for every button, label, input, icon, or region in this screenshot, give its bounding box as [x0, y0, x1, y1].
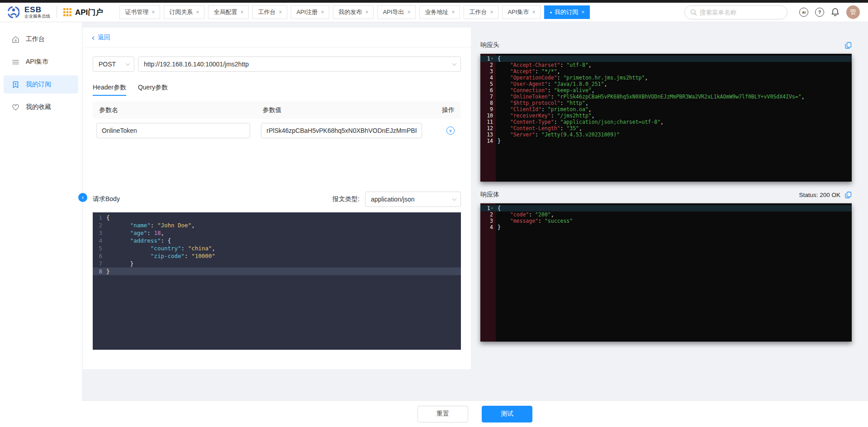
- window-tab-label: 我的订阅: [555, 8, 578, 16]
- sidebar-item-my-subscriptions[interactable]: 我的订阅: [4, 75, 78, 94]
- code-line: 1{: [93, 214, 461, 221]
- window-tab[interactable]: 我的发布×: [333, 5, 374, 19]
- line-number: 12: [480, 125, 496, 131]
- tab-query-params[interactable]: Query参数: [138, 84, 168, 96]
- window-tab[interactable]: 工作台×: [252, 5, 287, 19]
- tab-header-params[interactable]: Header参数: [93, 84, 126, 96]
- esb-brand: ESB 企业服务总线: [6, 5, 50, 19]
- window-tab[interactable]: 工作台×: [464, 5, 498, 19]
- close-icon[interactable]: ×: [321, 9, 324, 15]
- param-name-input[interactable]: [96, 123, 250, 138]
- copy-icon[interactable]: [845, 42, 852, 49]
- ai-assistant-icon[interactable]: AI: [799, 8, 808, 17]
- fold-arrow-icon[interactable]: ▾: [491, 206, 493, 210]
- reset-button[interactable]: 重置: [417, 406, 468, 422]
- code-line: 3 "age": 18,: [93, 229, 461, 237]
- window-tab[interactable]: API注册×: [291, 5, 329, 19]
- url-combo[interactable]: [138, 56, 461, 72]
- code-line: 4 "OperationCode": "primeton.hr.jms.jms2…: [480, 75, 852, 81]
- close-icon[interactable]: ×: [532, 9, 535, 15]
- sidebar: 工作台 API集市 我的订阅 我的收藏: [0, 22, 82, 427]
- window-tab[interactable]: 业务地址×: [419, 5, 460, 19]
- column-header-value: 参数值: [263, 106, 433, 114]
- panel-collapse-handle[interactable]: ‹: [78, 193, 87, 202]
- sidebar-item-my-favorites[interactable]: 我的收藏: [4, 98, 78, 116]
- content-type-label: 报文类型:: [332, 195, 360, 203]
- line-number: 3: [480, 68, 496, 75]
- close-icon[interactable]: ×: [196, 9, 199, 15]
- response-body-viewer[interactable]: 1▾{2 "code": "200",3 "message": "success…: [480, 203, 852, 342]
- sidebar-item-label: 我的订阅: [26, 80, 51, 89]
- bell-icon[interactable]: [831, 8, 840, 17]
- help-icon[interactable]: ?: [815, 8, 824, 17]
- user-avatar[interactable]: 管: [846, 5, 860, 19]
- param-value-input[interactable]: [261, 123, 422, 138]
- chevron-down-icon: [452, 61, 457, 66]
- window-tab-label: 业务地址: [425, 8, 448, 16]
- sidebar-item-api-market[interactable]: API集市: [4, 53, 78, 71]
- response-headers-viewer[interactable]: 1▾{2 "Accept-Charset": "utf-8",3 "Accept…: [480, 54, 852, 182]
- method-select[interactable]: POST: [93, 56, 134, 72]
- line-number: 13: [480, 131, 496, 138]
- close-icon[interactable]: ×: [240, 9, 243, 15]
- content-type-select[interactable]: application/json: [365, 192, 461, 207]
- response-body-title: 响应体: [480, 191, 499, 199]
- line-number: 6: [93, 252, 106, 260]
- code-text: "User-Agent": "Java/1.8.0_251",: [496, 81, 852, 87]
- window-tab[interactable]: 全局配置×: [208, 5, 249, 19]
- code-text: "name": "John Doe",: [106, 221, 461, 229]
- heart-icon: [12, 103, 19, 111]
- copy-icon[interactable]: [845, 192, 852, 198]
- close-icon[interactable]: ×: [279, 9, 282, 15]
- search-input[interactable]: [700, 9, 782, 16]
- code-text: "Connection": "keep-alive",: [496, 87, 852, 94]
- test-button[interactable]: 测试: [482, 406, 532, 422]
- chevron-down-icon: [452, 196, 457, 201]
- fold-arrow-icon[interactable]: ▾: [491, 57, 493, 61]
- window-tab[interactable]: 我的订阅×: [544, 5, 590, 19]
- code-line: 2 "code": "200",: [480, 211, 852, 218]
- back-link[interactable]: ‹ 返回: [83, 28, 471, 47]
- close-icon[interactable]: ×: [581, 9, 584, 15]
- method-value: POST: [99, 61, 116, 68]
- brand-subtitle: 企业服务总线: [24, 14, 50, 19]
- content-type-value: application/json: [371, 196, 415, 203]
- grid-icon: [63, 8, 71, 16]
- line-number: 5: [480, 81, 496, 87]
- chevron-down-icon: [126, 61, 130, 66]
- line-number: 2: [93, 221, 106, 229]
- param-table-row: +: [93, 119, 461, 138]
- code-line: 9 "ClientId": "primeton.oa",: [480, 106, 852, 113]
- close-icon[interactable]: ×: [152, 9, 155, 15]
- window-tab-label: 工作台: [469, 8, 487, 16]
- request-body-editor[interactable]: 1{2 "name": "John Doe",3 "age": 18,4 "ad…: [93, 212, 461, 350]
- status-badge: Status: 200 OK: [799, 192, 840, 198]
- window-tab[interactable]: 证书管理×: [119, 5, 160, 19]
- window-tab-label: 我的发布: [338, 8, 362, 16]
- window-tab[interactable]: 订阅关系×: [164, 5, 204, 19]
- response-headers-title: 响应头: [480, 41, 499, 49]
- sidebar-item-workbench[interactable]: 工作台: [4, 30, 78, 48]
- url-input[interactable]: [144, 61, 453, 68]
- add-param-button[interactable]: +: [446, 127, 455, 135]
- code-line: 11 "Content-Type": "application/json;cha…: [480, 119, 852, 125]
- close-icon[interactable]: ×: [407, 9, 410, 15]
- sidebar-item-label: 工作台: [26, 35, 45, 43]
- line-number: 3: [480, 218, 496, 224]
- close-icon[interactable]: ×: [451, 9, 455, 15]
- window-tab[interactable]: API集市×: [502, 5, 541, 19]
- window-tab[interactable]: API导出×: [377, 5, 416, 19]
- close-icon[interactable]: ×: [490, 9, 493, 15]
- code-line: 3 "message": "success": [480, 218, 852, 224]
- line-number: 5: [93, 244, 106, 252]
- code-line: 2 "name": "John Doe",: [93, 221, 461, 229]
- window-tab-label: 全局配置: [213, 8, 237, 16]
- code-text: "country": "china",: [106, 244, 461, 252]
- code-text: }: [106, 267, 461, 275]
- line-number: 14: [480, 138, 496, 144]
- line-number: 1▾: [480, 56, 496, 62]
- code-line: 4 "address": {: [93, 237, 461, 244]
- close-icon[interactable]: ×: [365, 9, 368, 15]
- code-line: 6 "Connection": "keep-alive",: [480, 87, 852, 94]
- menu-search[interactable]: [684, 5, 787, 19]
